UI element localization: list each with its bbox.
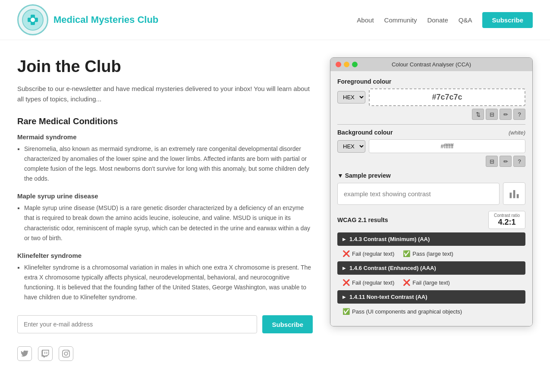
svg-point-3: [31, 18, 35, 22]
condition-text-2: Klinefelter syndrome is a chromosomal va…: [24, 263, 313, 302]
wcag-section: WCAG 2.1 results Contrast ratio 4.2:1 ▶ …: [337, 211, 525, 317]
fail-icon-143-0: ❌: [343, 250, 350, 257]
svg-rect-6: [517, 194, 519, 198]
condition-title-2: Klinefelter syndrome: [17, 252, 313, 259]
sample-section: ▼ Sample preview example text showing co…: [337, 172, 525, 205]
swap-icon[interactable]: ⇅: [472, 109, 484, 120]
nav-about[interactable]: About: [357, 16, 374, 24]
cca-titlebar: Colour Contrast Analyser (CCA): [330, 58, 532, 71]
intro-text: Subscribe to our e-newsletter and have m…: [17, 84, 313, 104]
cca-title: Colour Contrast Analyser (CCA): [392, 61, 471, 68]
condition-title-1: Maple syrup urine disease: [17, 192, 313, 200]
sub-item-146-0: ❌ Fail (regular text): [343, 279, 394, 286]
minimize-dot[interactable]: [344, 62, 349, 67]
pass-icon-1411-0: ✅: [343, 308, 350, 315]
triangle-icon-143: ▶: [343, 237, 346, 241]
instagram-icon[interactable]: [59, 346, 73, 361]
social-icons: [17, 346, 313, 361]
triangle-icon-146: ▶: [343, 266, 346, 270]
contrast-ratio-label: Contrast ratio: [494, 213, 520, 218]
navbar: Medical Mysteries Club About Community D…: [0, 0, 550, 40]
nav-community[interactable]: Community: [384, 16, 417, 24]
nav-donate[interactable]: Donate: [427, 16, 448, 24]
background-section: Background colour (white) HEX ⊟ ✏ ?: [337, 129, 525, 167]
eyedropper-bg-icon[interactable]: ✏: [500, 156, 512, 167]
sample-label: ▼ Sample preview: [337, 172, 525, 179]
sub-item-143-1: ✅ Pass (large text): [403, 250, 453, 257]
sub-text-146-0: Fail (regular text): [352, 279, 394, 286]
background-label: Background colour: [337, 129, 393, 136]
result-label-146: 1.4.6 Contrast (Enhanced) (AAA): [349, 265, 436, 271]
help-fg-icon[interactable]: ?: [513, 109, 525, 120]
close-dot[interactable]: [336, 62, 341, 67]
result-row-146[interactable]: ▶ 1.4.6 Contrast (Enhanced) (AAA): [337, 261, 525, 275]
foreground-icons: ⇅ ⊟ ✏ ?: [337, 109, 525, 120]
condition-text-1: Maple syrup urine disease (MSUD) is a ra…: [24, 203, 313, 243]
triangle-icon-1411: ▶: [343, 295, 346, 299]
svg-rect-5: [513, 190, 515, 198]
sub-item-1411-0: ✅ Pass (UI components and graphical obje…: [343, 308, 462, 315]
sub-text-146-1: Fail (large text): [412, 279, 450, 286]
wcag-title: WCAG 2.1 results: [337, 216, 388, 223]
sub-text-143-0: Fail (regular text): [352, 251, 394, 257]
section-title: Rare Medical Conditions: [17, 116, 313, 126]
result-sub-146: ❌ Fail (regular text) ❌ Fail (large text…: [337, 276, 525, 289]
svg-rect-4: [510, 193, 512, 198]
sub-item-143-0: ❌ Fail (regular text): [343, 250, 394, 257]
background-hex-input[interactable]: [369, 139, 525, 153]
main-layout: Join the Club Subscribe to our e-newslet…: [0, 40, 550, 361]
result-row-1411[interactable]: ▶ 1.4.11 Non-text Contrast (AA): [337, 290, 525, 304]
sample-text: example text showing contrast: [337, 183, 500, 205]
eyedropper-fg-icon[interactable]: ✏: [500, 109, 512, 120]
foreground-label: Foreground colour: [337, 78, 525, 85]
logo: [17, 4, 48, 35]
maximize-dot[interactable]: [352, 62, 358, 67]
result-sub-143: ❌ Fail (regular text) ✅ Pass (large text…: [337, 248, 525, 260]
email-input[interactable]: [17, 315, 257, 333]
pass-icon-143-1: ✅: [403, 250, 410, 257]
fail-icon-146-0: ❌: [343, 279, 350, 286]
contrast-ratio-box: Contrast ratio 4.2:1: [488, 211, 525, 229]
result-label-1411: 1.4.11 Non-text Contrast (AA): [349, 294, 427, 300]
fail-icon-146-1: ❌: [403, 279, 410, 286]
foreground-section: Foreground colour HEX ⇅ ⊟ ✏ ?: [337, 78, 525, 120]
sample-preview: example text showing contrast: [337, 182, 525, 205]
condition-msud: Maple syrup urine disease Maple syrup ur…: [17, 192, 313, 243]
foreground-hex-input[interactable]: [369, 88, 525, 106]
cca-body: Foreground colour HEX ⇅ ⊟ ✏ ?: [330, 71, 532, 326]
condition-text-0: Sirenomelia, also known as mermaid syndr…: [24, 144, 313, 184]
sliders-icon[interactable]: ⊟: [486, 109, 498, 120]
twitch-icon[interactable]: [38, 346, 53, 361]
condition-title-0: Mermaid syndrome: [17, 133, 313, 141]
result-row-143[interactable]: ▶ 1.4.3 Contrast (Minimum) (AA): [337, 232, 525, 246]
site-title: Medical Mysteries Club: [53, 14, 158, 25]
sub-text-1411-0: Pass (UI components and graphical object…: [352, 308, 462, 315]
background-format-select[interactable]: HEX: [337, 140, 365, 153]
background-header: Background colour (white): [337, 129, 525, 136]
sub-text-143-1: Pass (large text): [412, 251, 453, 257]
background-hint: (white): [509, 129, 525, 136]
subscribe-form: Subscribe: [17, 315, 313, 333]
result-label-143: 1.4.3 Contrast (Minimum) (AA): [349, 236, 430, 242]
twitter-icon[interactable]: [17, 346, 32, 361]
sub-item-146-1: ❌ Fail (large text): [403, 279, 450, 286]
content-area: Join the Club Subscribe to our e-newslet…: [17, 57, 313, 361]
chart-view-button[interactable]: [503, 182, 525, 205]
result-sub-1411: ✅ Pass (UI components and graphical obje…: [337, 305, 525, 317]
brand: Medical Mysteries Club: [17, 4, 158, 35]
cca-window: Colour Contrast Analyser (CCA) Foregroun…: [330, 57, 533, 326]
nav-links: About Community Donate Q&A Subscribe: [357, 12, 533, 28]
cca-panel: Colour Contrast Analyser (CCA) Foregroun…: [330, 57, 533, 326]
window-controls: [336, 62, 358, 67]
nav-subscribe-button[interactable]: Subscribe: [482, 12, 533, 28]
help-bg-icon[interactable]: ?: [513, 156, 525, 167]
nav-qa[interactable]: Q&A: [459, 16, 472, 24]
wcag-header: WCAG 2.1 results Contrast ratio 4.2:1: [337, 211, 525, 229]
sliders-bg-icon[interactable]: ⊟: [486, 156, 498, 167]
foreground-row: HEX: [337, 88, 525, 106]
page-title: Join the Club: [17, 57, 313, 76]
subscribe-form-button[interactable]: Subscribe: [262, 315, 313, 333]
condition-klinefelter: Klinefelter syndrome Klinefelter syndrom…: [17, 252, 313, 302]
foreground-format-select[interactable]: HEX: [337, 91, 365, 103]
background-icons: ⊟ ✏ ?: [337, 156, 525, 167]
